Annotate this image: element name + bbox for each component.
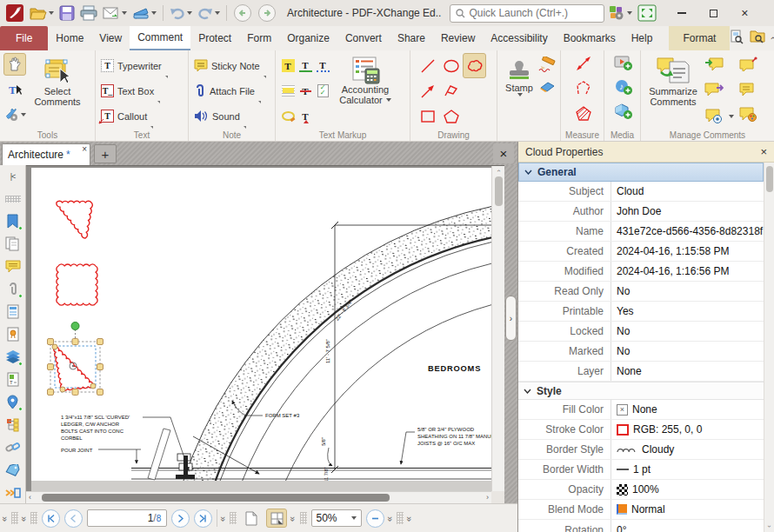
pencil-tool-button[interactable] [537,57,557,76]
undo-button[interactable] [168,3,194,23]
collapse-sidebar-icon[interactable]: |< [3,167,23,185]
tab-share[interactable]: Share [390,26,433,50]
chevron-down-icon[interactable] [215,11,220,15]
property-row[interactable]: AuthorJohn Doe [518,202,764,222]
add-audio-button[interactable]: ♪ [614,79,633,99]
comment-tools-settings-button[interactable] [3,103,26,126]
vertical-scroll-thumb[interactable] [495,176,503,206]
chevron-down-icon[interactable] [49,11,54,15]
destinations-panel-icon[interactable] [3,393,23,411]
property-row[interactable]: Stroke ColorRGB: 255, 0, 0 [518,420,764,440]
selected-cloud-annotation[interactable] [48,323,103,396]
attachments-panel-icon[interactable] [3,280,23,298]
comment-styles-button[interactable] [738,107,757,125]
polygon-tool-button[interactable] [439,103,463,129]
chevron-down-icon[interactable] [122,11,127,15]
property-row[interactable]: Blend ModeNormal [518,500,764,520]
distance-tool-button[interactable] [575,55,592,76]
perimeter-tool-button[interactable] [575,80,592,101]
scroll-down-icon[interactable]: › [764,522,774,530]
eraser-tool-button[interactable] [537,81,557,96]
new-tab-button[interactable]: + [94,144,117,163]
collapse-ribbon-button[interactable]: › [767,37,774,40]
panel-scrollbar[interactable]: › [764,163,774,532]
open-file-button[interactable] [28,3,56,23]
panel-scroll-thumb[interactable] [766,166,773,192]
content-panel-icon[interactable]: T [3,370,23,389]
comments-panel-icon[interactable] [3,257,23,276]
zoom-level-select[interactable]: 50% [311,509,362,527]
minimize-button[interactable] [667,3,697,23]
area-tool-button[interactable] [575,105,592,126]
panel-close-icon[interactable]: × [760,145,767,158]
sticky-note-button[interactable]: Sticky Note [192,53,273,78]
text-box-button[interactable]: T_Text Box [99,78,186,103]
horizontal-scroll-thumb[interactable] [42,494,390,502]
add-3d-button[interactable] [614,103,633,123]
next-page-button[interactable] [171,509,190,528]
spellcheck-document-button[interactable]: ✓✓ [317,84,329,97]
cloud-annotation-triangle[interactable] [57,201,92,238]
property-row[interactable]: Read OnlyNo [518,282,764,302]
first-page-button[interactable] [42,509,60,528]
find-document-button[interactable] [730,30,744,48]
polygon-line-tool-button[interactable] [439,78,463,103]
cloud-tool-button[interactable] [463,53,486,78]
property-row[interactable]: SubjectCloud [518,182,764,202]
chevron-down-icon[interactable] [729,115,734,118]
tab-close-icon[interactable]: × [82,144,87,154]
scroll-up-icon[interactable]: › [494,170,502,172]
chevron-down-icon[interactable] [386,98,391,102]
chevron-down-icon[interactable] [187,11,192,15]
status-expand-icon[interactable]: » [218,516,229,520]
property-row[interactable]: LayerNone [518,362,764,382]
hand-tool-button[interactable] [3,53,26,76]
property-row[interactable]: Border StyleCloudy [518,440,764,460]
bookmarks-panel-icon[interactable] [3,212,23,230]
typewriter-button[interactable]: TTypewriter [99,53,186,78]
status-expand-icon[interactable]: » [288,516,298,520]
lasso-highlight-button[interactable] [282,111,295,121]
summarize-comments-button[interactable]: Summarize Comments [644,53,702,129]
ellipse-tool-button[interactable] [439,53,463,78]
property-row[interactable]: Modified2024-04-16, 1:16:56 PM [518,262,764,282]
scroll-left-icon[interactable]: ‹ [29,493,31,502]
save-button[interactable] [57,3,77,23]
attach-file-button[interactable]: Attach File [192,78,273,103]
tab-comment[interactable]: Comment [130,26,190,50]
rotate-handle[interactable] [71,323,79,330]
redo-button[interactable] [196,3,222,23]
links-panel-icon[interactable] [3,438,23,456]
underline-text-button[interactable]: T [299,59,312,72]
accounting-calculator-button[interactable]: Accounting Calculator [331,53,399,129]
chevron-down-icon[interactable] [151,11,157,15]
add-video-button[interactable] [614,55,633,75]
show-comments-button[interactable] [704,109,724,123]
tab-convert[interactable]: Convert [337,26,390,50]
tab-organize[interactable]: Organize [279,26,337,50]
scroll-right-icon[interactable]: › [486,493,489,502]
maximize-button[interactable] [698,3,728,23]
status-expand-icon[interactable]: » [0,516,10,520]
rectangle-tool-button[interactable] [416,103,439,129]
comment-pin-button[interactable] [738,57,757,75]
fit-width-button[interactable] [266,509,287,528]
tab-protect[interactable]: Protect [190,26,239,50]
property-row[interactable]: Opacity100% [518,480,764,500]
close-button[interactable]: × [730,3,759,23]
import-comments-button[interactable] [704,57,724,75]
signatures-panel-icon[interactable] [3,325,23,343]
tags-panel-icon[interactable] [3,461,23,479]
document-tab[interactable]: Architecture * × [2,143,90,165]
arrow-tool-button[interactable] [416,78,439,103]
quick-launch-search[interactable] [450,4,604,23]
export-comments-button[interactable] [704,82,724,100]
selected-cloud-path[interactable] [54,347,94,390]
previous-page-button[interactable] [64,509,83,528]
property-row[interactable]: Name431e72ce-d566-4356-8d82318f.. [518,222,764,242]
tab-view[interactable]: View [91,26,130,50]
scan-button[interactable] [130,3,158,23]
property-row[interactable]: LockedNo [518,322,764,342]
property-row[interactable]: Border Width1 pt [518,460,764,480]
horizontal-scrollbar[interactable]: ‹ › [26,491,491,503]
